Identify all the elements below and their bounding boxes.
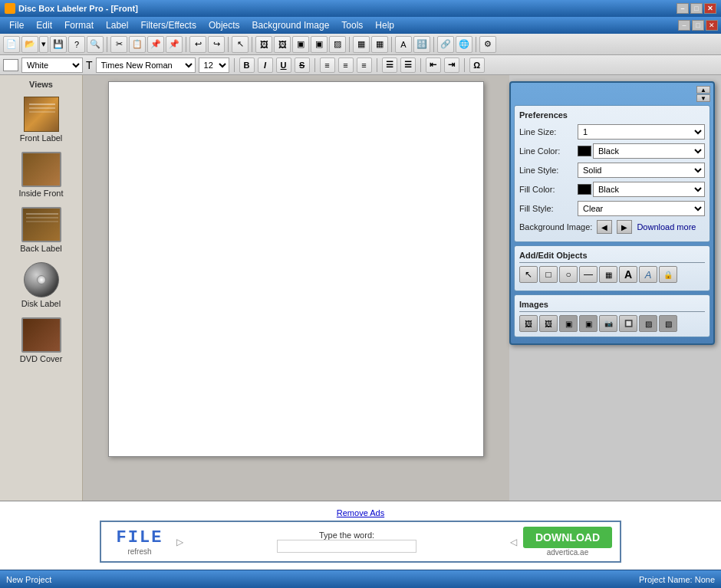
img-btn-5[interactable]: 📷 (599, 315, 617, 332)
img-btn-8[interactable]: ▧ (659, 315, 677, 332)
open-dropdown[interactable]: ▾ (39, 36, 48, 53)
img-btn-2[interactable]: 🖼 (539, 315, 558, 332)
tool1[interactable]: 🖼 (255, 36, 272, 53)
tool6[interactable]: ▦ (353, 36, 370, 53)
font-size-select[interactable]: 12 (199, 57, 229, 73)
minimize-button[interactable]: – (677, 3, 689, 14)
line-color-select[interactable]: Black (593, 143, 705, 159)
paste-special[interactable]: 📌 (166, 36, 183, 53)
sidebar-item-dvd-cover[interactable]: DVD Cover (7, 314, 76, 366)
wordart-obj-btn[interactable]: A (639, 266, 657, 283)
menu-help[interactable]: Help (369, 18, 400, 32)
line-style-select[interactable]: Solid (578, 163, 705, 178)
sidebar-item-back-label[interactable]: Back Label (7, 204, 76, 256)
help-button[interactable]: ? (68, 36, 85, 53)
menu-objects[interactable]: Objects (202, 18, 246, 32)
tool4[interactable]: ▣ (311, 36, 328, 53)
bg-next-button[interactable]: ▶ (617, 220, 632, 234)
list-button[interactable]: ☰ (382, 57, 397, 73)
add-edit-objects-section: Add/Edit Objects ↖ □ ○ — ▦ A A 🔒 (514, 245, 710, 291)
num-list-button[interactable]: ☰ (400, 57, 416, 73)
underline-button[interactable]: U (276, 57, 291, 73)
prefs-section-main: Preferences Line Size: 1 Line Color: Bla… (514, 105, 710, 242)
tool5[interactable]: ▨ (329, 36, 346, 53)
prefs-scroll-up[interactable]: ▲ (696, 86, 710, 94)
fill-color-select[interactable]: Black (593, 182, 705, 197)
select-tool[interactable]: ↖ (232, 36, 249, 53)
bg-image-label: Background Image: (519, 222, 592, 232)
save-button[interactable]: 💾 (50, 36, 67, 53)
align-center[interactable]: ≡ (338, 57, 354, 73)
font-name-select[interactable]: Times New Roman (96, 57, 196, 73)
sidebar-item-front-label[interactable]: Front Label (7, 94, 76, 146)
text-tool[interactable]: A (395, 36, 412, 53)
undo-button[interactable]: ↩ (189, 36, 206, 53)
menu-label[interactable]: Label (100, 18, 134, 32)
img-btn-1[interactable]: 🖼 (519, 315, 538, 332)
line-obj-btn[interactable]: — (579, 266, 598, 283)
back-label-text: Back Label (20, 244, 61, 253)
color-select[interactable]: White (21, 57, 83, 73)
download-button[interactable]: DOWNLOAD (523, 527, 612, 548)
remove-ads-link[interactable]: Remove Ads (337, 508, 384, 517)
align-right[interactable]: ≡ (357, 57, 372, 73)
bold-button[interactable]: B (239, 57, 255, 73)
tool7[interactable]: ▦ (371, 36, 388, 53)
line-style-label: Line Style: (519, 166, 574, 175)
text-obj-btn[interactable]: A (619, 266, 637, 283)
app-icon (5, 3, 15, 14)
menu-restore-button[interactable]: □ (692, 20, 704, 31)
cut-button[interactable]: ✂ (110, 36, 127, 53)
paste-button[interactable]: 📌 (147, 36, 164, 53)
restore-button[interactable]: □ (690, 3, 703, 14)
new-button[interactable]: 📄 (3, 36, 20, 53)
align-left[interactable]: ≡ (320, 57, 335, 73)
tool2[interactable]: 🖼 (274, 36, 291, 53)
menu-tools[interactable]: Tools (335, 18, 369, 32)
bg-prev-button[interactable]: ◀ (597, 220, 612, 234)
menu-file[interactable]: File (3, 18, 30, 32)
sidebar-item-disk-label[interactable]: Disk Label (7, 259, 76, 311)
tool3[interactable]: ▣ (292, 36, 309, 53)
strikethrough-button[interactable]: S (295, 57, 310, 73)
ad-input[interactable] (277, 540, 416, 553)
menu-close-button[interactable]: ✕ (706, 20, 718, 31)
settings-tool[interactable]: ⚙ (479, 36, 496, 53)
italic-button[interactable]: I (258, 57, 273, 73)
ad-refresh[interactable]: refresh (127, 547, 151, 556)
inside-front-text: Inside Front (18, 189, 63, 198)
sep3 (228, 37, 229, 52)
indent-less[interactable]: ⇤ (426, 57, 441, 73)
special-format[interactable]: Ω (469, 57, 485, 73)
web-tool[interactable]: 🌐 (456, 36, 472, 53)
copy-button[interactable]: 📋 (129, 36, 146, 53)
menu-filters[interactable]: Filters/Effects (134, 18, 202, 32)
ad-arrow-right: ◁ (510, 537, 517, 547)
bg-download-link[interactable]: Download more (637, 222, 696, 232)
img-btn-4[interactable]: ▣ (579, 315, 598, 332)
redo-button[interactable]: ↪ (208, 36, 225, 53)
link-tool[interactable]: 🔗 (437, 36, 454, 53)
menu-format[interactable]: Format (58, 18, 100, 32)
line-size-select[interactable]: 1 (578, 124, 705, 140)
prefs-scroll-down[interactable]: ▼ (696, 94, 710, 102)
rect-obj-btn[interactable]: □ (539, 266, 558, 283)
img-btn-6[interactable]: 🔲 (619, 315, 637, 332)
canvas[interactable] (108, 81, 484, 457)
fill-style-select[interactable]: Clear (578, 201, 705, 216)
indent-more[interactable]: ⇥ (444, 57, 459, 73)
sidebar-item-inside-front[interactable]: Inside Front (7, 149, 76, 201)
print-preview[interactable]: 🔍 (87, 36, 104, 53)
ellipse-obj-btn[interactable]: ○ (559, 266, 578, 283)
img-btn-3[interactable]: ▣ (559, 315, 578, 332)
menu-edit[interactable]: Edit (30, 18, 58, 32)
font-tool[interactable]: 🔠 (413, 36, 430, 53)
menu-minimize-button[interactable]: – (678, 20, 690, 31)
select-obj-btn[interactable]: ↖ (519, 266, 538, 283)
table-obj-btn[interactable]: ▦ (599, 266, 617, 283)
menu-background[interactable]: Background Image (246, 18, 336, 32)
open-button[interactable]: 📂 (21, 36, 38, 53)
lock-obj-btn[interactable]: 🔒 (659, 266, 677, 283)
close-button[interactable]: ✕ (704, 3, 716, 14)
img-btn-7[interactable]: ▨ (639, 315, 657, 332)
